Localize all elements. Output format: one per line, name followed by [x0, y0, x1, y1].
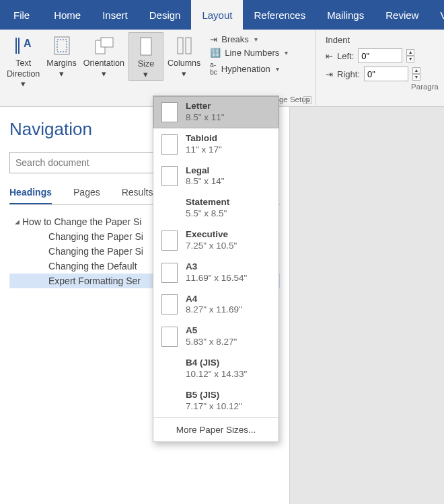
size-option-name: Legal — [186, 165, 225, 177]
size-label: Size — [138, 59, 154, 70]
margins-icon — [51, 35, 73, 56]
size-option-name: Letter — [186, 101, 225, 112]
chevron-down-icon: ▾ — [59, 69, 64, 80]
chevron-down-icon: ▾ — [102, 69, 106, 80]
text-direction-icon: A — [13, 35, 34, 56]
triangle-down-icon: ◢ — [15, 218, 20, 225]
indent-left-input[interactable] — [358, 48, 402, 63]
page-setup-launcher-icon[interactable]: ↘ — [303, 96, 311, 104]
size-option-name: A3 — [186, 261, 247, 273]
orientation-label: Orientation — [83, 58, 124, 69]
svg-text:A: A — [24, 38, 32, 49]
size-option-letter[interactable]: Letter8.5" x 11" — [153, 96, 279, 128]
page-icon — [161, 359, 178, 379]
tab-review[interactable]: Review — [375, 0, 429, 30]
size-button[interactable]: Size ▾ — [128, 32, 163, 81]
breaks-button[interactable]: ⇥ Breaks ▾ — [209, 34, 289, 45]
page-icon — [161, 294, 178, 314]
size-icon — [135, 36, 157, 57]
paragraph-group-label: Paragra — [320, 83, 440, 92]
size-option-a4[interactable]: A48.27" x 11.69" — [153, 289, 279, 321]
size-option-name: Executive — [186, 229, 237, 241]
line-numbers-button[interactable]: 🔢 Line Numbers ▾ — [209, 47, 289, 58]
document-area[interactable] — [289, 107, 444, 504]
page-icon — [161, 198, 178, 218]
indent-left-icon: ⇤ — [326, 51, 333, 61]
orientation-icon — [93, 35, 114, 56]
size-option-dimensions: 5.5" x 8.5" — [186, 208, 229, 220]
indent-left-spinner[interactable]: ▲▼ — [406, 49, 414, 62]
line-numbers-label: Line Numbers — [225, 48, 279, 58]
tab-references[interactable]: References — [243, 0, 316, 30]
nav-tab-pages[interactable]: Pages — [73, 187, 100, 204]
size-option-executive[interactable]: Executive7.25" x 10.5" — [153, 224, 279, 257]
line-numbers-icon: 🔢 — [210, 48, 221, 58]
size-option-a5[interactable]: A55.83" x 8.27" — [153, 321, 279, 353]
size-option-name: Tabloid — [186, 133, 222, 144]
tab-design[interactable]: Design — [139, 0, 192, 30]
size-option-name: B4 (JIS) — [186, 358, 247, 369]
chevron-down-icon: ▾ — [21, 79, 26, 90]
hyphenation-label: Hyphenation — [221, 64, 270, 74]
size-option-b4-jis-[interactable]: B4 (JIS)10.12" x 14.33" — [153, 353, 279, 385]
text-direction-label: Text Direction — [7, 58, 40, 79]
svg-rect-8 — [178, 38, 183, 54]
svg-rect-0 — [15, 38, 17, 54]
indent-right-label: Right: — [337, 69, 360, 79]
columns-button[interactable]: Columns ▾ — [165, 32, 203, 79]
size-option-dimensions: 7.25" x 10.5" — [186, 241, 237, 252]
margins-button[interactable]: Margins ▾ — [44, 32, 79, 79]
tab-layout[interactable]: Layout — [191, 0, 243, 30]
chevron-down-icon: ▾ — [276, 65, 279, 73]
size-option-dimensions: 11" x 17" — [186, 144, 222, 156]
page-icon — [161, 166, 178, 186]
page-icon — [161, 327, 178, 347]
tab-view[interactable]: View — [429, 0, 444, 30]
tab-mailings[interactable]: Mailings — [316, 0, 375, 30]
page-icon — [161, 230, 178, 251]
more-paper-sizes[interactable]: More Paper Sizes... — [153, 417, 279, 442]
hyphenation-button[interactable]: a-bc Hyphenation ▾ — [209, 60, 289, 77]
size-option-a3[interactable]: A311.69" x 16.54" — [153, 257, 279, 289]
svg-rect-3 — [54, 37, 69, 54]
size-option-dimensions: 7.17" x 10.12" — [186, 401, 242, 413]
size-option-dimensions: 11.69" x 16.54" — [186, 273, 247, 284]
indent-title: Indent — [326, 35, 435, 45]
size-option-name: A4 — [186, 294, 242, 305]
indent-left-row: ⇤ Left: ▲▼ — [326, 48, 435, 63]
margins-label: Margins — [46, 58, 76, 69]
breaks-label: Breaks — [221, 34, 248, 44]
nav-tab-headings[interactable]: Headings — [9, 187, 52, 204]
size-option-name: Statement — [186, 197, 229, 208]
tab-file[interactable]: File — [0, 0, 43, 30]
indent-right-icon: ⇥ — [326, 69, 333, 79]
tree-root-label: How to Change the Paper Si — [22, 216, 141, 227]
text-direction-button[interactable]: A Text Direction ▾ — [4, 32, 42, 90]
size-option-tabloid[interactable]: Tabloid11" x 17" — [153, 128, 279, 161]
chevron-down-icon: ▾ — [182, 69, 186, 80]
columns-label: Columns — [168, 58, 200, 69]
size-option-b5-jis-[interactable]: B5 (JIS)7.17" x 10.12" — [153, 385, 279, 417]
size-dropdown: Letter8.5" x 11"Tabloid11" x 17"Legal8.5… — [153, 95, 279, 442]
svg-rect-6 — [101, 38, 113, 47]
columns-icon — [174, 35, 195, 56]
svg-rect-4 — [57, 40, 67, 52]
size-option-statement[interactable]: Statement5.5" x 8.5" — [153, 192, 279, 224]
svg-rect-7 — [141, 38, 151, 55]
indent-right-spinner[interactable]: ▲▼ — [412, 67, 420, 81]
tab-insert[interactable]: Insert — [91, 0, 139, 30]
svg-rect-1 — [18, 38, 20, 54]
orientation-button[interactable]: Orientation ▾ — [81, 32, 127, 79]
size-option-legal[interactable]: Legal8.5" x 14" — [153, 161, 279, 193]
indent-left-label: Left: — [337, 51, 354, 61]
svg-rect-9 — [186, 38, 191, 54]
menu-bar: File HomeInsertDesignLayoutReferencesMai… — [0, 0, 444, 30]
size-option-dimensions: 10.12" x 14.33" — [186, 369, 247, 380]
page-icon — [161, 391, 178, 411]
size-option-dimensions: 8.27" x 11.69" — [186, 304, 242, 316]
size-option-dimensions: 5.83" x 8.27" — [186, 337, 237, 348]
nav-tab-results[interactable]: Results — [122, 187, 153, 204]
tab-home[interactable]: Home — [43, 0, 91, 30]
indent-right-input[interactable] — [364, 67, 408, 81]
size-option-dimensions: 8.5" x 14" — [186, 176, 225, 187]
